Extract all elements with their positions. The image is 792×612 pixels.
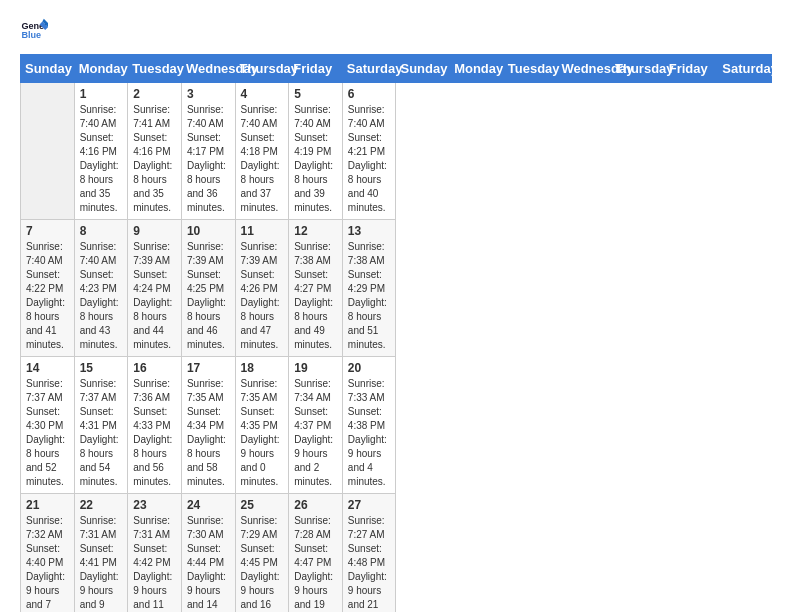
calendar-cell: 5Sunrise: 7:40 AMSunset: 4:19 PMDaylight… — [289, 83, 343, 220]
logo: General Blue — [20, 16, 48, 44]
header-day-friday: Friday — [664, 55, 718, 83]
day-number: 21 — [26, 498, 69, 512]
calendar-cell: 3Sunrise: 7:40 AMSunset: 4:17 PMDaylight… — [181, 83, 235, 220]
cell-info: Sunrise: 7:32 AMSunset: 4:40 PMDaylight:… — [26, 515, 65, 612]
calendar-week-2: 7Sunrise: 7:40 AMSunset: 4:22 PMDaylight… — [21, 220, 772, 357]
cell-info: Sunrise: 7:29 AMSunset: 4:45 PMDaylight:… — [241, 515, 280, 612]
calendar-cell: 13Sunrise: 7:38 AMSunset: 4:29 PMDayligh… — [342, 220, 396, 357]
calendar-cell: 22Sunrise: 7:31 AMSunset: 4:41 PMDayligh… — [74, 494, 128, 613]
header-day-saturday: Saturday — [342, 55, 396, 83]
header-day-sunday: Sunday — [21, 55, 75, 83]
calendar-cell: 15Sunrise: 7:37 AMSunset: 4:31 PMDayligh… — [74, 357, 128, 494]
cell-info: Sunrise: 7:41 AMSunset: 4:16 PMDaylight:… — [133, 104, 172, 213]
calendar-cell: 23Sunrise: 7:31 AMSunset: 4:42 PMDayligh… — [128, 494, 182, 613]
calendar-cell: 17Sunrise: 7:35 AMSunset: 4:34 PMDayligh… — [181, 357, 235, 494]
cell-info: Sunrise: 7:40 AMSunset: 4:19 PMDaylight:… — [294, 104, 333, 213]
calendar-cell: 27Sunrise: 7:27 AMSunset: 4:48 PMDayligh… — [342, 494, 396, 613]
cell-info: Sunrise: 7:37 AMSunset: 4:30 PMDaylight:… — [26, 378, 65, 487]
calendar-cell: 8Sunrise: 7:40 AMSunset: 4:23 PMDaylight… — [74, 220, 128, 357]
calendar-header-row: SundayMondayTuesdayWednesdayThursdayFrid… — [21, 55, 772, 83]
cell-info: Sunrise: 7:40 AMSunset: 4:23 PMDaylight:… — [80, 241, 119, 350]
cell-info: Sunrise: 7:35 AMSunset: 4:35 PMDaylight:… — [241, 378, 280, 487]
day-number: 18 — [241, 361, 284, 375]
day-number: 9 — [133, 224, 176, 238]
calendar-cell: 19Sunrise: 7:34 AMSunset: 4:37 PMDayligh… — [289, 357, 343, 494]
day-number: 10 — [187, 224, 230, 238]
cell-info: Sunrise: 7:31 AMSunset: 4:41 PMDaylight:… — [80, 515, 119, 612]
logo-icon: General Blue — [20, 16, 48, 44]
page-header: General Blue — [20, 16, 772, 44]
calendar-week-3: 14Sunrise: 7:37 AMSunset: 4:30 PMDayligh… — [21, 357, 772, 494]
day-number: 6 — [348, 87, 391, 101]
day-number: 4 — [241, 87, 284, 101]
cell-info: Sunrise: 7:27 AMSunset: 4:48 PMDaylight:… — [348, 515, 387, 612]
header-day-tuesday: Tuesday — [128, 55, 182, 83]
cell-info: Sunrise: 7:33 AMSunset: 4:38 PMDaylight:… — [348, 378, 387, 487]
calendar-cell: 21Sunrise: 7:32 AMSunset: 4:40 PMDayligh… — [21, 494, 75, 613]
day-number: 11 — [241, 224, 284, 238]
header-day-monday: Monday — [74, 55, 128, 83]
header-day-monday: Monday — [450, 55, 504, 83]
cell-info: Sunrise: 7:38 AMSunset: 4:27 PMDaylight:… — [294, 241, 333, 350]
cell-info: Sunrise: 7:30 AMSunset: 4:44 PMDaylight:… — [187, 515, 226, 612]
header-day-friday: Friday — [289, 55, 343, 83]
day-number: 7 — [26, 224, 69, 238]
cell-info: Sunrise: 7:31 AMSunset: 4:42 PMDaylight:… — [133, 515, 172, 612]
calendar-cell: 4Sunrise: 7:40 AMSunset: 4:18 PMDaylight… — [235, 83, 289, 220]
day-number: 15 — [80, 361, 123, 375]
calendar-cell: 2Sunrise: 7:41 AMSunset: 4:16 PMDaylight… — [128, 83, 182, 220]
header-day-saturday: Saturday — [718, 55, 772, 83]
cell-info: Sunrise: 7:28 AMSunset: 4:47 PMDaylight:… — [294, 515, 333, 612]
day-number: 12 — [294, 224, 337, 238]
cell-info: Sunrise: 7:39 AMSunset: 4:26 PMDaylight:… — [241, 241, 280, 350]
header-day-sunday: Sunday — [396, 55, 450, 83]
day-number: 13 — [348, 224, 391, 238]
calendar-cell: 12Sunrise: 7:38 AMSunset: 4:27 PMDayligh… — [289, 220, 343, 357]
calendar-cell: 26Sunrise: 7:28 AMSunset: 4:47 PMDayligh… — [289, 494, 343, 613]
day-number: 5 — [294, 87, 337, 101]
day-number: 20 — [348, 361, 391, 375]
cell-info: Sunrise: 7:40 AMSunset: 4:22 PMDaylight:… — [26, 241, 65, 350]
calendar-cell: 16Sunrise: 7:36 AMSunset: 4:33 PMDayligh… — [128, 357, 182, 494]
calendar-cell: 10Sunrise: 7:39 AMSunset: 4:25 PMDayligh… — [181, 220, 235, 357]
calendar-cell: 6Sunrise: 7:40 AMSunset: 4:21 PMDaylight… — [342, 83, 396, 220]
day-number: 14 — [26, 361, 69, 375]
day-number: 23 — [133, 498, 176, 512]
day-number: 8 — [80, 224, 123, 238]
cell-info: Sunrise: 7:40 AMSunset: 4:18 PMDaylight:… — [241, 104, 280, 213]
calendar-cell: 20Sunrise: 7:33 AMSunset: 4:38 PMDayligh… — [342, 357, 396, 494]
calendar-cell: 1Sunrise: 7:40 AMSunset: 4:16 PMDaylight… — [74, 83, 128, 220]
header-day-wednesday: Wednesday — [181, 55, 235, 83]
day-number: 22 — [80, 498, 123, 512]
day-number: 25 — [241, 498, 284, 512]
header-day-wednesday: Wednesday — [557, 55, 611, 83]
cell-info: Sunrise: 7:36 AMSunset: 4:33 PMDaylight:… — [133, 378, 172, 487]
calendar-cell: 24Sunrise: 7:30 AMSunset: 4:44 PMDayligh… — [181, 494, 235, 613]
day-number: 17 — [187, 361, 230, 375]
day-number: 24 — [187, 498, 230, 512]
cell-info: Sunrise: 7:38 AMSunset: 4:29 PMDaylight:… — [348, 241, 387, 350]
day-number: 1 — [80, 87, 123, 101]
day-number: 27 — [348, 498, 391, 512]
header-day-thursday: Thursday — [611, 55, 665, 83]
calendar-cell: 18Sunrise: 7:35 AMSunset: 4:35 PMDayligh… — [235, 357, 289, 494]
calendar-table: SundayMondayTuesdayWednesdayThursdayFrid… — [20, 54, 772, 612]
calendar-cell: 7Sunrise: 7:40 AMSunset: 4:22 PMDaylight… — [21, 220, 75, 357]
day-number: 26 — [294, 498, 337, 512]
day-number: 19 — [294, 361, 337, 375]
cell-info: Sunrise: 7:37 AMSunset: 4:31 PMDaylight:… — [80, 378, 119, 487]
cell-info: Sunrise: 7:35 AMSunset: 4:34 PMDaylight:… — [187, 378, 226, 487]
calendar-cell — [21, 83, 75, 220]
header-day-tuesday: Tuesday — [503, 55, 557, 83]
cell-info: Sunrise: 7:40 AMSunset: 4:17 PMDaylight:… — [187, 104, 226, 213]
calendar-cell: 14Sunrise: 7:37 AMSunset: 4:30 PMDayligh… — [21, 357, 75, 494]
cell-info: Sunrise: 7:34 AMSunset: 4:37 PMDaylight:… — [294, 378, 333, 487]
day-number: 3 — [187, 87, 230, 101]
calendar-cell: 11Sunrise: 7:39 AMSunset: 4:26 PMDayligh… — [235, 220, 289, 357]
calendar-cell: 25Sunrise: 7:29 AMSunset: 4:45 PMDayligh… — [235, 494, 289, 613]
day-number: 16 — [133, 361, 176, 375]
cell-info: Sunrise: 7:40 AMSunset: 4:16 PMDaylight:… — [80, 104, 119, 213]
svg-text:Blue: Blue — [21, 30, 41, 40]
calendar-cell: 9Sunrise: 7:39 AMSunset: 4:24 PMDaylight… — [128, 220, 182, 357]
cell-info: Sunrise: 7:39 AMSunset: 4:25 PMDaylight:… — [187, 241, 226, 350]
